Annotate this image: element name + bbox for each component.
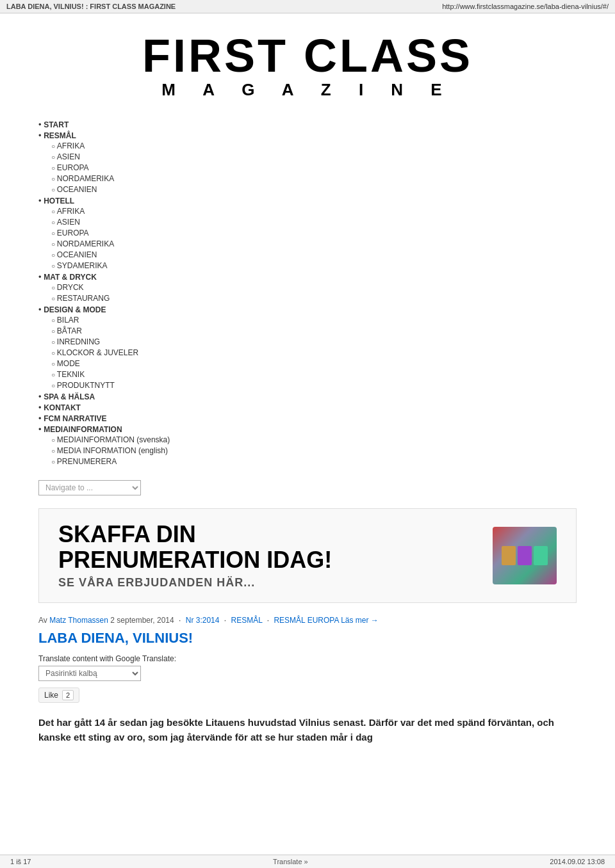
article-title-link[interactable]: LABA DIENA, VILNIUS! [38,630,193,646]
magazine-stack [502,546,548,565]
nav-sub-item[interactable]: ASIEN [51,216,577,227]
nav-link-hotell[interactable]: HOTELL [44,197,74,205]
meta-read-more[interactable]: Läs mer → [341,616,379,625]
nav-sub-item[interactable]: DRYCK [51,282,577,293]
nav-sub-item[interactable]: BÅTAR [51,325,577,336]
nav-sub-item[interactable]: NORDAMERIKA [51,238,577,249]
nav-sub-item[interactable]: INREDNING [51,336,577,347]
nav-link-start[interactable]: START [44,120,69,129]
nav-sub-item[interactable]: NORDAMERIKA [51,173,577,184]
nav-item-resmal[interactable]: RESMÅL AFRIKA ASIEN EUROPA NORDAMERIKA O… [38,130,577,195]
like-count: 2 [62,690,74,700]
browser-url: http://www.firstclassmagazine.se/laba-di… [442,3,609,10]
nav-sub-design: BILAR BÅTAR INREDNING KLOCKOR & JUVELER … [38,314,577,390]
nav-link-resmal[interactable]: RESMÅL [44,131,76,140]
translate-area: Translate content with Google Translate:… [38,654,577,703]
nav-item-fcm-narrative[interactable]: FCM NARRATIVE [38,413,577,424]
meta-separator-1: · [179,616,181,625]
banner-subtitle: SE VÅRA ERBJUDANDEN HÄR... [58,576,480,590]
main-nav: START RESMÅL AFRIKA ASIEN EUROPA NORDAME… [38,119,577,467]
meta-author[interactable]: Matz Thomassen [49,616,108,625]
nav-item-mat-dryck[interactable]: MAT & DRYCK DRYCK RESTAURANG [38,271,577,304]
logo-main: FIRST CLASS [13,33,602,79]
meta-category2[interactable]: RESMÅL EUROPA [274,616,338,625]
nav-sub-item[interactable]: RESTAURANG [51,293,577,303]
article-title-area: LABA DIENA, VILNIUS! [38,630,577,647]
nav-sub-item[interactable]: TEKNIK [51,369,577,380]
translate-label: Translate content with Google Translate: [38,654,577,663]
meta-separator-3: · [267,616,269,625]
nav-item-mediainformation[interactable]: MEDIAINFORMATION MEDIAINFORMATION (svens… [38,424,577,467]
nav-sub-item[interactable]: PRODUKTNYTT [51,380,577,390]
logo-sub: M A G A Z I N E [13,80,602,100]
meta-issue[interactable]: Nr 3:2014 [186,616,220,625]
nav-link-spa-halsa[interactable]: SPA & HÄLSA [44,392,95,401]
translate-select[interactable]: Pasirinkti kalbą [38,666,141,681]
nav-sub-item[interactable]: ASIEN [51,151,577,162]
nav-sub-item[interactable]: PRENUMERERA [51,456,577,467]
meta-category1[interactable]: RESMÅL [231,616,262,625]
nav-link-mat-dryck[interactable]: MAT & DRYCK [44,273,97,282]
nav-link-design-mode[interactable]: DESIGN & MODE [44,305,106,314]
article-body: Det har gått 14 år sedan jag besökte Lit… [38,716,577,744]
magazine-page-3 [534,546,548,565]
browser-bar: LABA DIENA, VILNIUS! : FIRST CLASS MAGAZ… [0,0,615,13]
magazine-page-2 [518,546,532,565]
nav-sub-item[interactable]: OCEANIEN [51,184,577,195]
browser-title: LABA DIENA, VILNIUS! : FIRST CLASS MAGAZ… [6,3,176,10]
nav-sub-media: MEDIAINFORMATION (svenska) MEDIA INFORMA… [38,434,577,467]
nav-sub-item[interactable]: MEDIA INFORMATION (english) [51,445,577,456]
banner-text: SKAFFA DINPRENUMERATION IDAG! SE VÅRA ER… [58,522,480,590]
banner-magazines [499,530,550,581]
nav-sub-item[interactable]: AFRIKA [51,205,577,216]
nav-sub-item[interactable]: OCEANIEN [51,249,577,260]
nav-link-kontakt[interactable]: KONTAKT [44,403,81,412]
nav-sub-mat: DRYCK RESTAURANG [38,282,577,303]
meta-date: 2 september, 2014 [110,616,174,625]
page-wrapper: FIRST CLASS M A G A Z I N E START RESMÅL… [0,13,615,744]
nav-sub-item[interactable]: EUROPA [51,162,577,173]
nav-sub-hotell: AFRIKA ASIEN EUROPA NORDAMERIKA OCEANIEN… [38,205,577,271]
nav-item-design-mode[interactable]: DESIGN & MODE BILAR BÅTAR INREDNING KLOC… [38,304,577,391]
nav-sub-item[interactable]: AFRIKA [51,140,577,151]
banner-image [493,527,557,584]
nav-item-hotell[interactable]: HOTELL AFRIKA ASIEN EUROPA NORDAMERIKA O… [38,195,577,271]
nav-item-start[interactable]: START [38,119,577,130]
meta-separator-2: · [224,616,226,625]
nav-sub-item[interactable]: KLOCKOR & JUVELER [51,347,577,358]
nav-sub-item[interactable]: MODE [51,358,577,369]
meta-by: Av [38,616,47,625]
nav-item-kontakt[interactable]: KONTAKT [38,402,577,413]
nav-sub-item[interactable]: EUROPA [51,227,577,238]
banner-area[interactable]: SKAFFA DINPRENUMERATION IDAG! SE VÅRA ER… [38,508,577,603]
logo-area: FIRST CLASS M A G A Z I N E [0,13,615,113]
nav-sub-item[interactable]: SYDAMERIKA [51,260,577,271]
nav-sub-item[interactable]: MEDIAINFORMATION (svenska) [51,434,577,445]
nav-sub-resmal: AFRIKA ASIEN EUROPA NORDAMERIKA OCEANIEN [38,140,577,195]
magazine-page-1 [502,546,516,565]
nav-sub-item[interactable]: BILAR [51,314,577,325]
navigate-box: Navigate to ... [38,480,577,495]
nav-link-mediainformation[interactable]: MEDIAINFORMATION [44,425,122,434]
nav-link-fcm-narrative[interactable]: FCM NARRATIVE [44,414,106,423]
like-button[interactable]: Like 2 [38,687,79,703]
navigate-select[interactable]: Navigate to ... [38,480,141,495]
nav-item-spa-halsa[interactable]: SPA & HÄLSA [38,391,577,402]
nav-area: START RESMÅL AFRIKA ASIEN EUROPA NORDAME… [0,113,615,474]
article-paragraph-1: Det har gått 14 år sedan jag besökte Lit… [38,716,577,744]
banner-title: SKAFFA DINPRENUMERATION IDAG! [58,522,480,572]
like-label: Like [44,691,58,700]
article-meta: Av Matz Thomassen 2 september, 2014 · Nr… [38,616,577,625]
